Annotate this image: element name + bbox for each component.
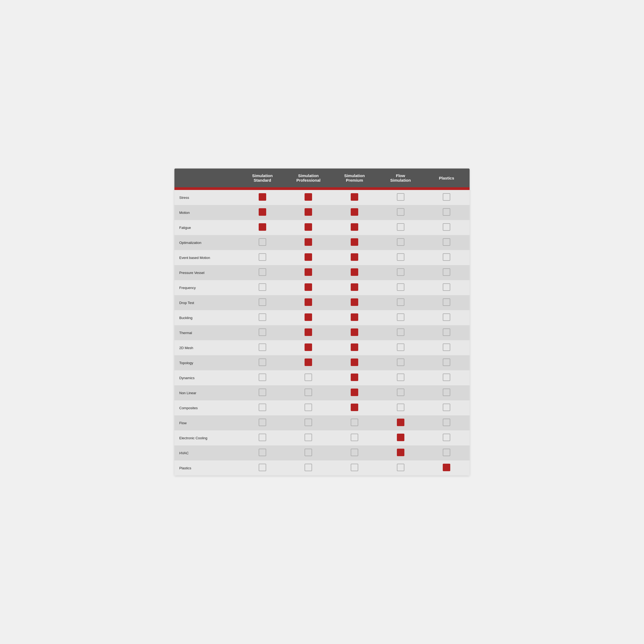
red-separator [174,187,470,190]
filled-checkbox-icon [351,253,358,261]
empty-checkbox-icon [259,449,266,456]
empty-checkbox-icon [259,389,266,396]
empty-checkbox-icon [351,464,358,471]
cell-prem-17 [331,445,378,460]
empty-checkbox-icon [259,328,266,336]
header-flow-simulation: Flow Simulation [378,169,424,187]
cell-pro-8 [286,310,332,325]
cell-plas-9 [423,325,470,340]
cell-plas-16 [423,430,470,445]
cell-std-17 [239,445,286,460]
filled-checkbox-icon [305,238,312,246]
empty-checkbox-icon [443,374,450,381]
filled-checkbox-icon [351,358,358,366]
cell-std-15 [239,415,286,430]
filled-checkbox-icon [351,374,358,381]
cell-flow-2 [378,220,424,235]
empty-checkbox-icon [443,298,450,306]
cell-flow-14 [378,400,424,415]
cell-pro-18 [286,460,332,475]
empty-checkbox-icon [259,404,266,411]
row-label-18: Plastics [174,460,239,475]
filled-checkbox-icon [351,223,358,231]
empty-checkbox-icon [259,464,266,471]
cell-pro-4 [286,250,332,265]
empty-checkbox-icon [443,193,450,201]
empty-checkbox-icon [443,313,450,321]
empty-checkbox-icon [259,268,266,276]
cell-pro-9 [286,325,332,340]
empty-checkbox-icon [397,328,404,336]
cell-plas-0 [423,190,470,205]
filled-checkbox-icon [443,464,450,471]
empty-checkbox-icon [443,404,450,411]
filled-checkbox-icon [305,223,312,231]
cell-prem-12 [331,370,378,385]
empty-checkbox-icon [397,208,404,216]
filled-checkbox-icon [397,419,404,426]
empty-checkbox-icon [397,223,404,231]
filled-checkbox-icon [305,343,312,351]
cell-prem-1 [331,205,378,220]
empty-checkbox-icon [443,268,450,276]
empty-checkbox-icon [443,208,450,216]
cell-plas-11 [423,355,470,370]
row-label-1: Motion [174,205,239,220]
filled-checkbox-icon [351,208,358,216]
cell-pro-10 [286,340,332,355]
cell-pro-12 [286,370,332,385]
cell-pro-11 [286,355,332,370]
cell-std-5 [239,265,286,280]
cell-pro-6 [286,280,332,295]
cell-prem-0 [331,190,378,205]
cell-pro-14 [286,400,332,415]
row-label-10: 2D Mesh [174,340,239,355]
cell-plas-17 [423,445,470,460]
empty-checkbox-icon [305,404,312,411]
cell-flow-11 [378,355,424,370]
filled-checkbox-icon [305,193,312,201]
cell-flow-6 [378,280,424,295]
cell-pro-17 [286,445,332,460]
row-label-11: Topology [174,355,239,370]
filled-checkbox-icon [305,208,312,216]
filled-checkbox-icon [351,404,358,411]
filled-checkbox-icon [305,298,312,306]
empty-checkbox-icon [259,313,266,321]
empty-checkbox-icon [397,193,404,201]
cell-std-6 [239,280,286,295]
empty-checkbox-icon [397,358,404,366]
row-label-0: Stress [174,190,239,205]
empty-checkbox-icon [305,389,312,396]
header-sim-standard: Simulation Standard [239,169,286,187]
header-sim-professional: Simulation Professional [286,169,332,187]
cell-flow-5 [378,265,424,280]
cell-flow-8 [378,310,424,325]
empty-checkbox-icon [397,343,404,351]
empty-checkbox-icon [259,374,266,381]
cell-prem-5 [331,265,378,280]
empty-checkbox-icon [305,464,312,471]
empty-checkbox-icon [305,374,312,381]
cell-flow-15 [378,415,424,430]
filled-checkbox-icon [305,313,312,321]
cell-plas-7 [423,295,470,310]
filled-checkbox-icon [305,358,312,366]
cell-flow-10 [378,340,424,355]
cell-pro-3 [286,235,332,250]
cell-prem-3 [331,235,378,250]
empty-checkbox-icon [397,389,404,396]
row-label-3: Optimalization [174,235,239,250]
cell-flow-13 [378,385,424,400]
empty-checkbox-icon [443,343,450,351]
cell-plas-6 [423,280,470,295]
cell-plas-15 [423,415,470,430]
cell-plas-13 [423,385,470,400]
cell-plas-2 [423,220,470,235]
cell-pro-0 [286,190,332,205]
cell-std-10 [239,340,286,355]
cell-flow-1 [378,205,424,220]
empty-checkbox-icon [259,238,266,246]
empty-checkbox-icon [443,419,450,426]
empty-checkbox-icon [397,404,404,411]
